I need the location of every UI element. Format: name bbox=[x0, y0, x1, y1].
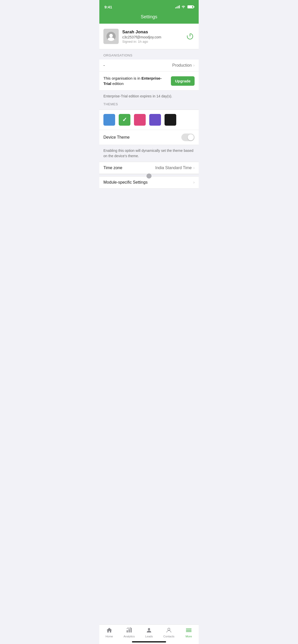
device-theme-description: Enabling this option will dynamically se… bbox=[99, 145, 199, 162]
trial-notice: Enterprise-Trial edition expires in 14 d… bbox=[99, 91, 199, 110]
trial-expiry-text: Enterprise-Trial edition expires in 14 d… bbox=[103, 94, 195, 98]
device-theme-label: Device Theme bbox=[103, 135, 130, 140]
theme-swatch-purple[interactable] bbox=[149, 114, 161, 126]
status-bar: 9:41 bbox=[99, 0, 199, 11]
timezone-value: India Standard Time bbox=[155, 166, 192, 170]
module-settings-chevron-icon: › bbox=[193, 180, 195, 185]
avatar-icon bbox=[106, 32, 116, 41]
profile-name: Sarah Jonas bbox=[122, 30, 182, 35]
timezone-value-container: India Standard Time › bbox=[155, 166, 195, 170]
upgrade-text: This organisation is in Enterprise-Trial… bbox=[103, 76, 167, 86]
section-divider bbox=[99, 174, 199, 177]
themes-section-label: THEMES bbox=[103, 102, 195, 106]
module-settings-label: Module-specific Settings bbox=[103, 180, 147, 185]
theme-selected-icon: ✓ bbox=[122, 116, 127, 123]
org-type: Production bbox=[172, 63, 192, 68]
chevron-right-icon: › bbox=[193, 63, 195, 68]
theme-swatch-pink[interactable] bbox=[134, 114, 146, 126]
upgrade-edition: Enterprise-Trial bbox=[103, 76, 161, 86]
battery-icon bbox=[187, 5, 194, 8]
power-button[interactable] bbox=[185, 32, 195, 41]
organisation-row[interactable]: - Production › bbox=[99, 60, 199, 71]
profile-signin: Signed in: 1h ago bbox=[122, 40, 182, 43]
page-title: Settings bbox=[141, 14, 157, 19]
divider-dot bbox=[146, 173, 152, 179]
device-theme-row: Device Theme bbox=[99, 130, 199, 145]
signal-icon bbox=[175, 5, 180, 8]
timezone-chevron-icon: › bbox=[193, 166, 195, 170]
avatar bbox=[103, 29, 119, 44]
timezone-label: Time zone bbox=[103, 166, 122, 170]
organisations-label: ORGANISATIONS bbox=[103, 53, 132, 57]
wifi-icon bbox=[181, 5, 185, 9]
org-name: - bbox=[103, 63, 105, 68]
organisations-section-header: ORGANISATIONS bbox=[99, 49, 199, 60]
upgrade-section: This organisation is in Enterprise-Trial… bbox=[99, 71, 199, 91]
profile-section: Sarah Jonas c3c2537f@moodjoy.com Signed … bbox=[99, 24, 199, 49]
status-time: 9:41 bbox=[104, 5, 112, 9]
status-icons bbox=[175, 5, 194, 9]
themes-row: ✓ bbox=[99, 110, 199, 130]
theme-swatch-blue[interactable] bbox=[103, 114, 115, 126]
theme-swatch-green[interactable]: ✓ bbox=[119, 114, 130, 126]
upgrade-button[interactable]: Upgrade bbox=[171, 76, 195, 86]
timezone-row[interactable]: Time zone India Standard Time › bbox=[99, 162, 199, 174]
profile-info: Sarah Jonas c3c2537f@moodjoy.com Signed … bbox=[122, 30, 182, 43]
theme-swatch-black[interactable] bbox=[165, 114, 176, 126]
toggle-thumb bbox=[188, 134, 194, 140]
profile-email: c3c2537f@moodjoy.com bbox=[122, 35, 182, 39]
device-theme-toggle[interactable] bbox=[181, 134, 195, 141]
org-type-container: Production › bbox=[172, 63, 195, 68]
device-theme-desc-text: Enabling this option will dynamically se… bbox=[103, 149, 193, 158]
page-header: Settings bbox=[99, 11, 199, 24]
